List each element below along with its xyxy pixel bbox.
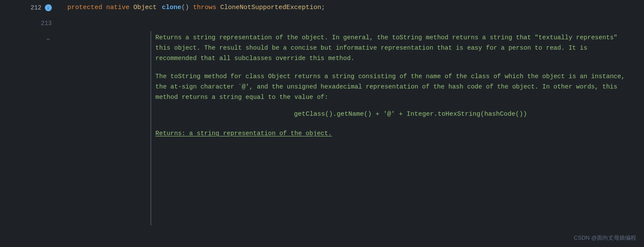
edit-icon-row: ✏: [0, 31, 56, 47]
line-gutter: 212 ↓ 213 ✏: [0, 0, 56, 247]
semicolon: ;: [321, 0, 325, 16]
space4: [189, 0, 193, 16]
editor-content: protected native Object clone() throws C…: [56, 0, 644, 247]
space5: [216, 0, 220, 16]
line-number-212: 212: [29, 5, 41, 11]
code-line-212: protected native Object clone() throws C…: [60, 0, 644, 16]
code-line-213: [60, 16, 644, 31]
doc-returns-container: Returns: a string representation of the …: [155, 127, 631, 137]
inline-code-tostring-1: toString: [392, 34, 422, 41]
doc-para-1: Returns a string representation of the o…: [155, 33, 631, 64]
space1: [102, 0, 106, 16]
line-row-212: 212 ↓: [0, 0, 56, 16]
doc-returns-text: Returns: a string representation of the …: [155, 130, 332, 137]
parens: (): [181, 0, 189, 16]
method-clone: clone: [162, 0, 181, 16]
watermark: CSDN @面向丈母娘编程: [574, 234, 636, 242]
space3: [157, 0, 161, 16]
debug-arrow-symbol: ↓: [47, 6, 50, 10]
doc-block: Returns a string representation of the o…: [155, 33, 644, 137]
keyword-native: native: [106, 0, 129, 16]
pencil-icon[interactable]: ✏: [47, 36, 50, 42]
line-number-213: 213: [40, 20, 52, 26]
exception-class: CloneNotSupportedException: [220, 0, 321, 16]
editor-container: 212 ↓ 213 ✏ protected native Object clon…: [0, 0, 644, 247]
type-object: Object: [133, 0, 157, 16]
inline-code-tostring-2: toString: [170, 73, 201, 80]
debug-step-icon[interactable]: ↓: [45, 4, 52, 11]
keyword-protected: protected: [67, 0, 102, 16]
code-example: getClass().getName() + '@' + Integer.toH…: [155, 111, 631, 118]
doc-left-border: [150, 31, 152, 225]
space2: [129, 0, 133, 16]
doc-para-2: The toString method for class Object ret…: [155, 72, 631, 103]
inline-code-object: Object: [268, 73, 290, 80]
keyword-throws: throws: [193, 0, 216, 16]
line-row-213: 213: [0, 16, 56, 31]
